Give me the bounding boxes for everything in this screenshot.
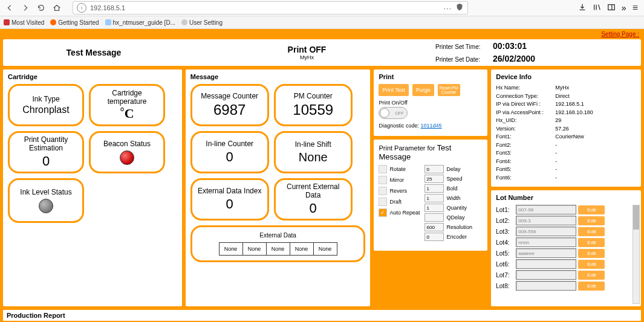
device-info-row: Connection Type:Direct <box>496 92 636 101</box>
param-row: 1Width <box>424 194 472 202</box>
print-toggle[interactable]: OFF <box>379 107 408 119</box>
toggle-knob-icon <box>380 108 389 118</box>
lot-scrollbar[interactable] <box>633 205 640 304</box>
url-more-icon[interactable]: ··· <box>443 4 452 13</box>
lot-row: Lot5:aaaeeeEdit <box>496 248 636 258</box>
overflow-icon[interactable]: » <box>622 3 626 13</box>
device-info-title: Device Info <box>496 73 636 80</box>
param-input[interactable]: 0 <box>424 165 444 173</box>
external-data-cells: None None None None None <box>198 242 358 256</box>
draft-checkbox[interactable]: Draft <box>379 198 420 206</box>
print-test-button[interactable]: Print Test <box>379 84 408 96</box>
print-qty-card: Print Quantity Estimation 0 <box>8 131 84 173</box>
lot-input[interactable]: nnnn <box>516 237 576 247</box>
ext-cell: None <box>219 242 243 256</box>
production-report-title: Production Report <box>3 310 641 321</box>
auto-repeat-checkbox[interactable]: ✓Auto Repeat <box>379 208 420 217</box>
url-text: 192.168.5.1 <box>90 4 440 11</box>
sidebar-icon[interactable] <box>607 3 616 13</box>
lot-input[interactable] <box>516 270 576 280</box>
lot-edit-button[interactable]: Edit <box>578 205 605 214</box>
print-panel: Print Print Test Purge Reset PMCounter P… <box>374 69 487 136</box>
beacon-led-icon <box>120 150 134 165</box>
ext-index-value: 0 <box>226 196 233 212</box>
bookmark-user-setting[interactable]: User Setting <box>181 19 223 26</box>
param-row: QDelay <box>424 213 472 222</box>
device-info-row: IP via AccessPoint :192.168.10.180 <box>496 109 636 117</box>
lot-input[interactable]: 009-3 <box>516 216 576 225</box>
param-row: 600Resolution <box>424 223 472 231</box>
reset-pm-button[interactable]: Reset PMCounter <box>438 84 460 96</box>
lot-edit-button[interactable]: Edit <box>578 238 605 247</box>
cartridge-title: Cartridge <box>8 73 177 80</box>
inline-counter-card: In-line Counter 0 <box>190 131 269 173</box>
menu-icon[interactable]: ≡ <box>633 2 638 13</box>
lot-input[interactable]: 009-556 <box>516 227 576 236</box>
inline-shift-value: None <box>299 150 328 164</box>
lot-edit-button[interactable]: Edit <box>578 227 605 236</box>
device-info-row: Font3:- <box>496 149 636 158</box>
param-input[interactable] <box>424 213 444 222</box>
param-label: Bold <box>446 185 457 192</box>
purge-button[interactable]: Purge <box>412 84 434 96</box>
beacon-card: Beacon Status <box>89 131 165 173</box>
lot-title: Lot Number <box>496 194 636 201</box>
lot-input[interactable]: 007-98 <box>516 205 576 214</box>
bookmark-getting-started[interactable]: Getting Started <box>50 19 99 26</box>
param-input[interactable]: 1 <box>424 184 444 193</box>
lot-edit-button[interactable]: Edit <box>578 249 605 258</box>
device-info-row: Font4:- <box>496 158 636 166</box>
param-label: Delay <box>446 166 460 172</box>
cur-ext-value: 0 <box>310 201 317 216</box>
device-info-row: Font1:CourierNew <box>496 133 636 141</box>
library-icon[interactable] <box>593 3 601 13</box>
header-message-name: Test Message <box>9 48 178 57</box>
ink-level-led-icon <box>39 199 53 213</box>
param-label: QDelay <box>446 214 464 221</box>
msg-counter-card: Message Counter 6987 <box>190 84 269 126</box>
back-button[interactable] <box>4 2 16 14</box>
home-button[interactable] <box>51 2 63 14</box>
param-row: 1Bold <box>424 184 472 193</box>
header-device-short: MyHx <box>178 54 435 60</box>
device-info-row: Font5:- <box>496 166 636 174</box>
message-panel: Message Message Counter 6987 PM Counter … <box>186 69 371 306</box>
param-input[interactable]: 600 <box>424 223 444 231</box>
ext-cell: None <box>242 242 267 256</box>
print-title: Print <box>379 73 483 80</box>
header-bar: Test Message Print OFF MyHx Printer Set … <box>3 39 641 66</box>
param-input[interactable]: 25 <box>424 175 444 183</box>
setting-page-link[interactable]: Setting Page : <box>0 29 644 39</box>
lot-edit-button[interactable]: Edit <box>578 271 605 280</box>
diagnostic-link[interactable]: 1011d45 <box>421 123 442 129</box>
url-bar[interactable]: i 192.168.5.1 ··· <box>73 1 468 14</box>
bookmark-most-visited[interactable]: Most Visited <box>4 19 44 26</box>
param-label: Speed <box>446 176 462 182</box>
lot-edit-button[interactable]: Edit <box>578 260 605 269</box>
rotate-checkbox[interactable]: Rotate <box>379 165 420 173</box>
param-input[interactable]: 1 <box>424 204 444 212</box>
lot-input[interactable] <box>516 281 576 291</box>
download-icon[interactable] <box>578 3 587 13</box>
lot-input[interactable]: aaaeee <box>516 248 576 258</box>
inline-shift-card: In-line Shift None <box>274 131 353 173</box>
param-row: 0Delay <box>424 165 472 173</box>
reload-button[interactable] <box>35 2 47 14</box>
ext-cell: None <box>313 242 337 256</box>
lot-input[interactable] <box>516 259 576 269</box>
param-label: Encoder <box>446 234 467 240</box>
param-input[interactable]: 0 <box>424 233 444 241</box>
ext-cell: None <box>290 242 314 256</box>
lot-edit-button[interactable]: Edit <box>578 216 605 225</box>
lot-edit-button[interactable]: Edit <box>578 282 605 291</box>
bookmark-guide[interactable]: hx_ntmuser_guide [D... <box>105 19 175 26</box>
param-input[interactable]: 1 <box>424 194 444 202</box>
revers-checkbox[interactable]: Revers <box>379 187 420 195</box>
shield-icon[interactable] <box>455 3 464 13</box>
device-info-panel: Device Info Hx Name:MyHxConnection Type:… <box>491 69 641 187</box>
temperature-unit: °C <box>120 106 134 121</box>
info-icon[interactable]: i <box>77 3 86 13</box>
inline-counter-value: 0 <box>226 149 233 165</box>
forward-button[interactable] <box>19 2 31 14</box>
mirror-checkbox[interactable]: Mirror <box>379 176 420 184</box>
